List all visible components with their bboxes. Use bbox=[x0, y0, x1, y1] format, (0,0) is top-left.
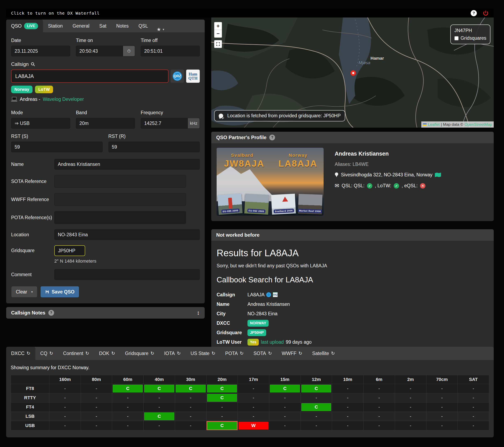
band-select[interactable]: 20m bbox=[76, 118, 135, 129]
date-input[interactable]: 23.11.2025 bbox=[11, 46, 70, 56]
refresh-icon[interactable]: ↻ bbox=[151, 351, 154, 356]
band-mode-cell[interactable]: C bbox=[269, 384, 301, 393]
refresh-icon[interactable]: ↻ bbox=[212, 351, 215, 356]
wwff-select[interactable] bbox=[54, 193, 186, 206]
summary-tab-satellite[interactable]: Satellite↻ bbox=[307, 347, 340, 360]
band-mode-cell[interactable]: - bbox=[81, 412, 112, 421]
help-icon[interactable]: ? bbox=[471, 10, 477, 16]
band-mode-cell[interactable]: - bbox=[207, 403, 238, 412]
pota-input[interactable] bbox=[54, 211, 186, 224]
callsign-notes-panel[interactable]: Callsign Notes ? ↕ bbox=[6, 307, 205, 318]
band-mode-cell[interactable]: - bbox=[301, 421, 332, 430]
map-marker[interactable] bbox=[350, 70, 356, 76]
band-mode-cell[interactable]: C bbox=[207, 393, 238, 402]
last-upload-link[interactable]: last upload bbox=[261, 339, 284, 345]
band-mode-cell[interactable]: - bbox=[363, 412, 395, 421]
frequency-input[interactable]: 14252.7 bbox=[141, 118, 188, 129]
qrz-globe-icon[interactable] bbox=[266, 292, 271, 297]
band-mode-cell[interactable]: C bbox=[175, 384, 206, 393]
band-mode-cell[interactable]: - bbox=[363, 403, 395, 412]
mode-select[interactable]: ⇒ USB bbox=[11, 118, 70, 129]
band-mode-cell[interactable]: - bbox=[49, 384, 81, 393]
summary-tab-pota[interactable]: POTA↻ bbox=[220, 347, 249, 360]
band-mode-cell[interactable]: - bbox=[269, 412, 301, 421]
clear-button[interactable]: Clear ▾ bbox=[11, 286, 37, 298]
band-mode-cell[interactable]: - bbox=[238, 403, 269, 412]
map-zoom-in-button[interactable]: + bbox=[214, 22, 222, 30]
band-mode-cell[interactable]: - bbox=[49, 421, 81, 430]
band-mode-cell[interactable]: - bbox=[175, 421, 206, 430]
refresh-icon[interactable]: ↻ bbox=[111, 351, 115, 356]
band-mode-cell[interactable]: - bbox=[238, 384, 269, 393]
band-mode-cell[interactable]: - bbox=[81, 403, 112, 412]
band-mode-cell[interactable]: - bbox=[175, 403, 206, 412]
tab-sat[interactable]: Sat bbox=[94, 19, 111, 32]
gridsquare-input[interactable]: JP50HP bbox=[54, 245, 85, 256]
map-fullscreen-button[interactable] bbox=[214, 40, 222, 48]
band-mode-cell[interactable]: - bbox=[363, 421, 395, 430]
band-mode-cell[interactable]: - bbox=[395, 393, 426, 402]
band-mode-cell[interactable]: - bbox=[458, 421, 489, 430]
band-mode-cell[interactable]: - bbox=[112, 421, 143, 430]
band-mode-cell[interactable]: - bbox=[426, 384, 458, 393]
leaflet-map[interactable]: Hamar Mjøsa Buskerud + − JN47PH Gridsqua… bbox=[211, 18, 494, 128]
band-mode-cell[interactable]: - bbox=[175, 393, 206, 402]
summary-tab-continent[interactable]: Continent↻ bbox=[58, 347, 94, 360]
band-mode-cell[interactable]: - bbox=[395, 421, 426, 430]
band-mode-cell[interactable]: - bbox=[81, 393, 112, 402]
comment-input[interactable] bbox=[54, 269, 200, 280]
map-icon[interactable] bbox=[435, 173, 441, 177]
band-mode-cell[interactable]: W bbox=[238, 421, 269, 430]
band-mode-cell[interactable]: - bbox=[458, 384, 489, 393]
time-off-input[interactable]: 20:51:01 bbox=[141, 46, 200, 56]
osm-link[interactable]: OpenStreetMap bbox=[465, 122, 492, 127]
refresh-icon[interactable]: ↻ bbox=[268, 351, 272, 356]
operator-link[interactable]: Wavelog Developer bbox=[43, 96, 84, 102]
summary-tab-dxcc[interactable]: DXCC↻ bbox=[6, 347, 35, 360]
tab-notes[interactable]: Notes bbox=[111, 19, 133, 32]
band-mode-cell[interactable]: - bbox=[332, 393, 363, 402]
band-mode-cell[interactable]: - bbox=[269, 421, 301, 430]
hamqth-hq-icon[interactable]: HQ bbox=[273, 292, 278, 297]
band-mode-cell[interactable]: - bbox=[426, 421, 458, 430]
summary-tab-dok[interactable]: DOK↻ bbox=[94, 347, 120, 360]
band-mode-cell[interactable]: - bbox=[269, 403, 301, 412]
band-mode-cell[interactable]: - bbox=[426, 403, 458, 412]
band-mode-cell[interactable]: - bbox=[238, 393, 269, 402]
band-mode-cell[interactable]: - bbox=[363, 384, 395, 393]
band-mode-cell[interactable]: - bbox=[112, 393, 143, 402]
band-mode-cell[interactable]: - bbox=[144, 393, 175, 402]
band-mode-cell[interactable]: - bbox=[458, 393, 489, 402]
band-mode-cell[interactable]: - bbox=[363, 393, 395, 402]
time-on-input[interactable]: 20:50:43 bbox=[76, 46, 123, 56]
band-mode-cell[interactable]: - bbox=[81, 384, 112, 393]
refresh-icon[interactable]: ↻ bbox=[177, 351, 181, 356]
band-mode-cell[interactable]: - bbox=[175, 412, 206, 421]
band-mode-cell[interactable]: - bbox=[332, 403, 363, 412]
name-input[interactable]: Andreas Kristiansen bbox=[54, 159, 200, 169]
band-mode-cell[interactable]: - bbox=[395, 412, 426, 421]
summary-tab-wwff[interactable]: WWFF↻ bbox=[277, 347, 307, 360]
band-mode-cell[interactable]: - bbox=[49, 412, 81, 421]
band-mode-cell[interactable]: - bbox=[112, 403, 143, 412]
band-mode-cell[interactable]: - bbox=[332, 412, 363, 421]
tab-station[interactable]: Station bbox=[43, 19, 68, 32]
band-mode-cell[interactable]: C bbox=[301, 403, 332, 412]
band-mode-cell[interactable]: - bbox=[207, 412, 238, 421]
callsign-input[interactable]: LA8AJA bbox=[11, 70, 168, 83]
gridsquares-checkbox[interactable] bbox=[454, 36, 459, 40]
band-mode-cell[interactable]: C bbox=[207, 421, 238, 430]
band-mode-cell[interactable]: - bbox=[81, 421, 112, 430]
save-qso-button[interactable]: Save QSO bbox=[40, 286, 79, 298]
band-mode-cell[interactable]: - bbox=[49, 403, 81, 412]
stopwatch-button[interactable]: ⏱ bbox=[123, 46, 135, 56]
band-mode-cell[interactable]: C bbox=[112, 384, 143, 393]
refresh-icon[interactable]: ↻ bbox=[331, 351, 335, 356]
band-mode-cell[interactable]: - bbox=[332, 421, 363, 430]
refresh-icon[interactable]: ↻ bbox=[49, 351, 53, 356]
tab-qsl[interactable]: QSL bbox=[133, 19, 153, 32]
refresh-icon[interactable]: ↻ bbox=[85, 351, 89, 356]
favorites-tab[interactable]: ★ ▾ bbox=[153, 27, 168, 32]
tab-general[interactable]: General bbox=[68, 19, 94, 32]
dx-waterfall-bar[interactable]: Click to turn on the DX Waterfall ? bbox=[6, 9, 494, 18]
